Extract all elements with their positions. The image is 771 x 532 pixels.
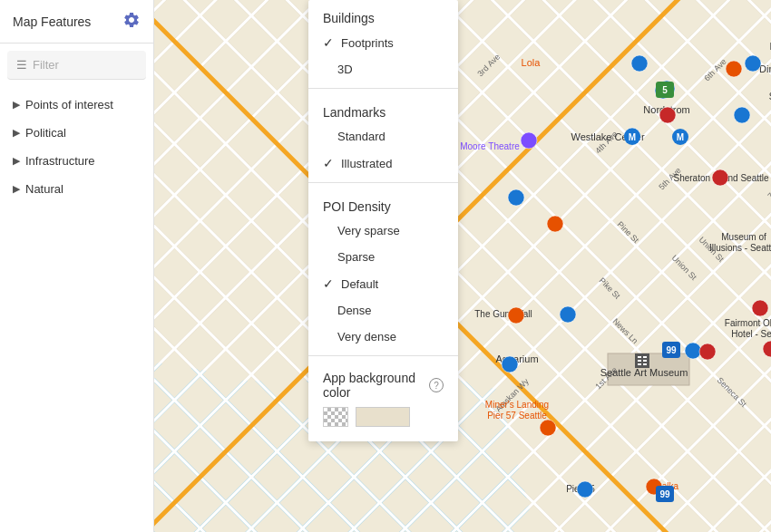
buildings-header: Buildings bbox=[308, 0, 458, 29]
sidebar-item-poi[interactable]: ▶ Points of interest bbox=[0, 91, 153, 119]
standard-option[interactable]: Standard bbox=[308, 123, 458, 150]
landmarks-header: Landmarks bbox=[308, 94, 458, 123]
divider-2 bbox=[308, 182, 458, 183]
sidebar-item-political-label: Political bbox=[25, 126, 66, 140]
sidebar-item-infrastructure[interactable]: ▶ Infrastructure bbox=[0, 147, 153, 175]
app-bg-color-box[interactable] bbox=[356, 407, 410, 427]
check-icon: ✓ bbox=[323, 276, 334, 291]
filter-input-placeholder: Filter bbox=[33, 58, 59, 72]
divider-3 bbox=[308, 355, 458, 356]
sidebar-header: Map Features bbox=[0, 0, 153, 44]
sidebar-title: Map Features bbox=[13, 15, 91, 29]
map-area[interactable]: Buildings ✓ Footprints 3D Landmarks Stan… bbox=[154, 0, 771, 532]
sidebar-item-political[interactable]: ▶ Political bbox=[0, 119, 153, 147]
check-icon: ✓ bbox=[323, 156, 334, 170]
sidebar-item-poi-label: Points of interest bbox=[25, 98, 113, 111]
filter-bar[interactable]: ☰ Filter bbox=[7, 51, 146, 80]
footprints-label: Footprints bbox=[341, 36, 394, 50]
transparent-color-swatch[interactable] bbox=[323, 407, 348, 427]
chevron-right-icon: ▶ bbox=[13, 155, 20, 167]
help-icon[interactable]: ? bbox=[429, 378, 444, 392]
sparse-label: Sparse bbox=[337, 250, 375, 264]
density-very-sparse[interactable]: Very sparse bbox=[308, 218, 458, 244]
nav-items: ▶ Points of interest ▶ Political ▶ Infra… bbox=[0, 87, 153, 207]
footprints-option[interactable]: ✓ Footprints bbox=[308, 29, 458, 56]
sidebar-item-infrastructure-label: Infrastructure bbox=[25, 154, 95, 168]
app-bg-row: App background color ? bbox=[308, 362, 458, 403]
standard-label: Standard bbox=[337, 130, 386, 143]
gear-icon[interactable] bbox=[122, 11, 141, 32]
density-very-dense[interactable]: Very dense bbox=[308, 324, 458, 350]
dropdown-panel: Buildings ✓ Footprints 3D Landmarks Stan… bbox=[308, 0, 458, 441]
check-icon: ✓ bbox=[323, 35, 334, 50]
dense-label: Dense bbox=[337, 304, 372, 317]
3d-option[interactable]: 3D bbox=[308, 56, 458, 82]
3d-label: 3D bbox=[337, 63, 353, 76]
filter-icon: ☰ bbox=[16, 58, 27, 72]
chevron-right-icon: ▶ bbox=[13, 99, 20, 111]
app-bg-label: App background color bbox=[323, 371, 422, 400]
sidebar-item-natural-label: Natural bbox=[25, 182, 63, 196]
map-canvas bbox=[154, 0, 771, 532]
color-row bbox=[308, 403, 458, 430]
sidebar-item-natural[interactable]: ▶ Natural bbox=[0, 175, 153, 203]
chevron-right-icon: ▶ bbox=[13, 183, 20, 195]
very-dense-label: Very dense bbox=[337, 330, 396, 343]
illustrated-label: Illustrated bbox=[341, 157, 392, 170]
density-default[interactable]: ✓ Default bbox=[308, 270, 458, 297]
chevron-right-icon: ▶ bbox=[13, 127, 20, 139]
illustrated-option[interactable]: ✓ Illustrated bbox=[308, 150, 458, 177]
divider-1 bbox=[308, 88, 458, 89]
density-sparse[interactable]: Sparse bbox=[308, 244, 458, 270]
density-dense[interactable]: Dense bbox=[308, 297, 458, 324]
sidebar: Map Features ☰ Filter ▶ Points of intere… bbox=[0, 0, 154, 532]
poi-density-header: POI Density bbox=[308, 189, 458, 218]
very-sparse-label: Very sparse bbox=[337, 224, 400, 237]
default-label: Default bbox=[341, 277, 378, 291]
